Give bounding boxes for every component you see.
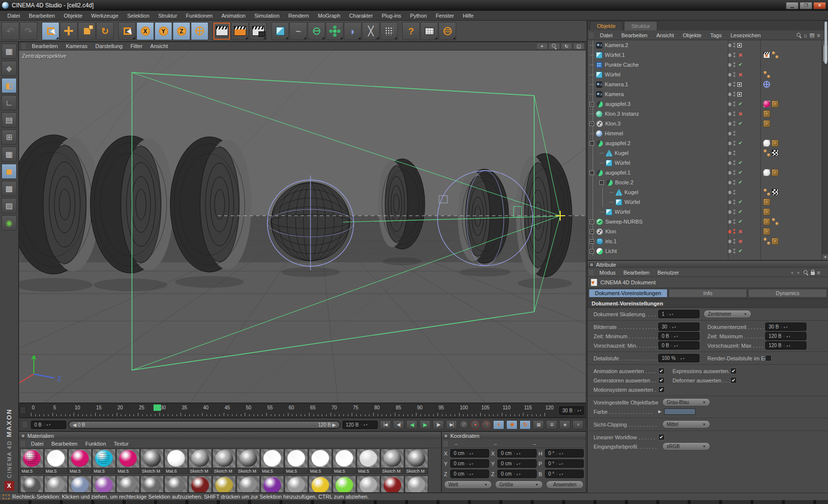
forward-icon[interactable]: ► [797, 270, 801, 275]
material-item[interactable]: Sketch M [236, 449, 260, 474]
visibility-dot[interactable] [728, 230, 731, 233]
phong-tag[interactable] [772, 169, 778, 176]
material-item[interactable]: Mat.5 [260, 449, 284, 474]
material-item[interactable] [381, 476, 404, 493]
menu-datei[interactable]: Datei [3, 11, 25, 20]
visibility-dot[interactable] [728, 132, 731, 135]
material-item[interactable]: Mat.5 [285, 449, 308, 474]
play-button[interactable]: ▶ [419, 420, 431, 429]
materials-menu-funktion[interactable]: Funktion [81, 440, 110, 448]
enabled-check-icon[interactable]: ✔ [737, 219, 744, 224]
disabled-x-icon[interactable]: ✖ [737, 72, 744, 77]
lock-z-button[interactable]: Z [173, 22, 190, 40]
lock-y-button[interactable]: Y [155, 22, 172, 40]
texture-mode-tool[interactable]: ◧ [1, 78, 17, 93]
material-item[interactable] [260, 476, 284, 493]
disabled-x-icon[interactable]: ✖ [737, 52, 744, 58]
coord-position-x-field[interactable]: 0 cm▲▼ [450, 449, 489, 457]
attr-checkbox-unchecked[interactable] [765, 355, 772, 361]
filter-icon[interactable]: ▤ [809, 32, 814, 38]
toolbar-scrollbar[interactable] [825, 22, 827, 64]
workplane-tool[interactable]: ∟ [1, 95, 17, 110]
coord-position-y-field[interactable]: 0 cm▲▼ [450, 459, 489, 468]
spline-button[interactable]: ~ [289, 22, 307, 40]
viewport-menu-darstellung[interactable]: Darstellung [91, 42, 127, 50]
attr-dropdown[interactable]: Grau-Blau▼ [662, 398, 710, 406]
menu-bearbeiten[interactable]: Bearbeiten [25, 11, 59, 20]
material-item[interactable] [92, 476, 116, 493]
phong-tag[interactable] [763, 110, 770, 117]
material-item[interactable] [405, 476, 428, 493]
coordinates-title-bar[interactable]: Koordinaten [442, 432, 586, 439]
spinner-arrows-icon[interactable]: ▲▼ [575, 409, 582, 411]
rotate-button[interactable]: ↻ [96, 22, 114, 40]
object-row[interactable]: +Klon✖ [588, 227, 828, 236]
attr-tab-dokumentvoreinstellungen[interactable]: Dokument-Voreinstellungen [589, 289, 668, 298]
autokey-button[interactable]: ◈ [559, 420, 570, 429]
materials-menu-textur[interactable]: Textur [110, 440, 132, 448]
material-item[interactable] [333, 476, 356, 493]
material-item[interactable]: Mat.5 [357, 449, 380, 474]
material-item[interactable]: Mat.5 [333, 449, 356, 474]
zoom-view-icon[interactable] [548, 43, 560, 50]
menu-python[interactable]: Python [406, 11, 431, 20]
attr-checkbox-checked[interactable]: ✔ [658, 368, 665, 374]
attr-value-spinner[interactable]: 1▲▼ [658, 310, 699, 318]
attr-value-spinner[interactable]: 30 B▲▼ [765, 323, 806, 331]
camera-view-icon[interactable] [737, 43, 742, 48]
menu-funktionen[interactable]: Funktionen [181, 11, 217, 20]
om-menu-datei[interactable]: Datei [595, 31, 617, 39]
menu-charakter[interactable]: Charakter [345, 11, 377, 20]
texture-axis-tool[interactable]: ▤ [1, 112, 17, 127]
timeline-ruler[interactable]: 0510152025303540455055606570758085909510… [19, 403, 586, 418]
apply-button[interactable]: Anwenden [546, 480, 584, 489]
close-button[interactable]: ✕ [813, 2, 826, 9]
material-item[interactable] [116, 476, 140, 493]
material-item[interactable] [236, 476, 260, 493]
enabled-check-icon[interactable]: ✔ [737, 160, 744, 165]
current-frame-marker[interactable] [154, 404, 161, 411]
visibility-dot[interactable] [728, 181, 731, 184]
enabled-check-icon[interactable]: ✔ [737, 101, 744, 106]
environment-button[interactable]: ╳ [362, 22, 380, 40]
object-tree-scrollbar[interactable]: ▲▼ [822, 40, 828, 260]
polygons-mode-tool[interactable]: ◼ [1, 164, 17, 179]
enabled-check-icon[interactable]: ✔ [737, 180, 744, 185]
phong-tag[interactable] [772, 101, 778, 107]
phong-tag[interactable] [763, 208, 770, 215]
phong-tag[interactable] [763, 228, 770, 235]
search-icon[interactable] [803, 270, 808, 275]
visibility-dot[interactable] [728, 191, 731, 194]
material-item[interactable]: Mat.6 [164, 449, 188, 474]
attr-menu-bearbeiten[interactable]: Bearbeiten [620, 269, 653, 277]
render-tag[interactable] [763, 51, 770, 58]
material-tag[interactable] [763, 169, 770, 176]
material-item[interactable]: Mat.5 [20, 449, 44, 474]
object-row[interactable]: Klon.3 Instanz✖ [588, 109, 828, 119]
expander-icon[interactable]: + [590, 220, 594, 224]
enabled-check-icon[interactable]: ✔ [737, 141, 744, 146]
visibility-dot[interactable] [728, 201, 731, 204]
render-settings-button[interactable] [249, 22, 267, 40]
visibility-dot[interactable] [728, 83, 731, 86]
material-tag[interactable] [763, 140, 770, 147]
attr-value-spinner[interactable]: 120 B▲▼ [765, 332, 806, 340]
material-item[interactable]: Sketch M [140, 449, 164, 474]
paint-tool[interactable]: ◉ [1, 215, 17, 230]
object-row[interactable]: Punkte Cache✔ [588, 60, 828, 70]
visibility-dot[interactable] [728, 210, 731, 214]
material-item[interactable] [20, 476, 44, 493]
enabled-check-icon[interactable]: ✔ [737, 121, 744, 126]
coord-size-z-field[interactable]: 0 cm▲▼ [497, 470, 536, 478]
material-dots-tag[interactable] [772, 51, 778, 58]
visibility-dot[interactable] [728, 73, 731, 76]
visibility-dot[interactable] [728, 53, 731, 57]
attr-tab-dynamics[interactable]: Dynamics [748, 289, 827, 298]
attr-value-spinner[interactable]: 0 B▲▼ [658, 332, 699, 340]
material-item[interactable]: Sketch M [381, 449, 404, 474]
object-row[interactable]: Kugel [588, 187, 828, 197]
back-icon[interactable]: ◄ [790, 270, 794, 275]
menu-hilfe[interactable]: Hilfe [458, 11, 478, 20]
scale-button[interactable] [78, 22, 96, 40]
current-frame-spinner[interactable]: 30 B ▲▼ [559, 406, 584, 415]
